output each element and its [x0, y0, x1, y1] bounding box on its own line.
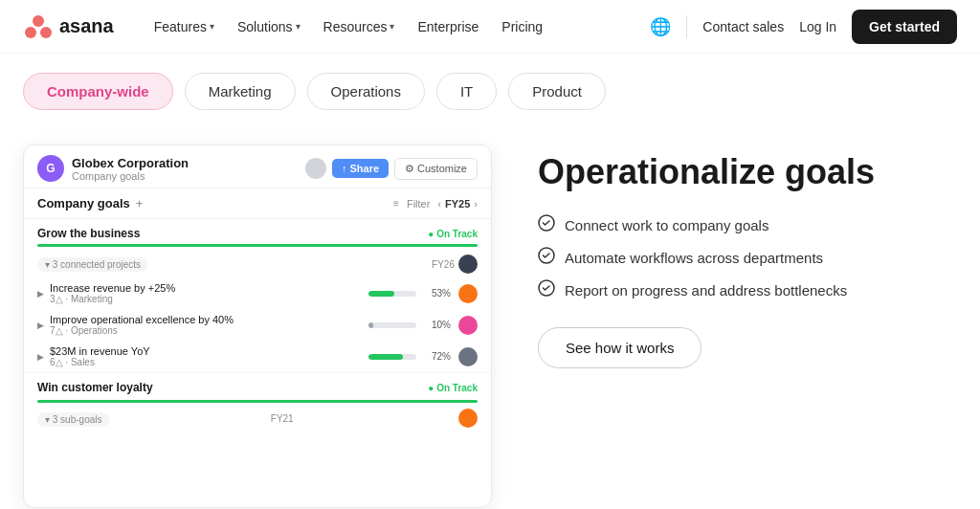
mock-toolbar-right: ≡ Filter ‹ FY25 ›: [393, 198, 478, 210]
progress-pct: 53%: [424, 288, 451, 299]
svg-point-0: [33, 15, 44, 27]
mock-subtitle: Company goals: [72, 170, 189, 182]
right-heading: Operationalize goals: [538, 152, 957, 191]
fy-next-button[interactable]: ›: [474, 198, 478, 210]
sub-goals-label: ▾ 3 sub-goals: [37, 412, 109, 427]
nav-resources[interactable]: Resources ▾: [314, 13, 405, 40]
check-icon: [538, 279, 555, 300]
asana-logo-icon: [23, 11, 54, 42]
nav-features[interactable]: Features ▾: [145, 13, 224, 40]
nav-enterprise[interactable]: Enterprise: [408, 13, 488, 40]
progress-fill: [368, 322, 373, 328]
fy-label-loyalty: FY21: [271, 413, 294, 424]
share-icon: ↑: [342, 163, 347, 174]
svg-point-1: [25, 27, 36, 38]
tab-operations[interactable]: Operations: [307, 73, 425, 110]
navbar: asana Features ▾ Solutions ▾ Resources ▾…: [0, 0, 980, 54]
mock-ui-panel: G Globex Corporation Company goals ↑ Sha…: [23, 144, 492, 508]
feature-item-2: Automate workflows across departments: [538, 247, 957, 268]
logo[interactable]: asana: [23, 11, 114, 42]
progress-bar: [368, 291, 416, 297]
goal-group-grow: Grow the business ● On Track ▾ 3 connect…: [24, 219, 491, 373]
fy-navigator: ‹ FY25 ›: [437, 198, 478, 210]
see-how-button[interactable]: See how it works: [538, 327, 702, 368]
circle-check-icon: ●: [428, 383, 434, 393]
mock-customize-button[interactable]: ⚙ Customize: [394, 158, 478, 180]
right-panel: Operationalize goals Connect work to com…: [492, 144, 957, 508]
goal-info: Improve operational excellence by 40% 7△…: [50, 314, 234, 336]
tab-product[interactable]: Product: [508, 73, 606, 110]
get-started-button[interactable]: Get started: [852, 10, 957, 44]
progress-pct: 10%: [424, 320, 451, 330]
goal-row-left: ▶ $23M in revenue YoY 6△ · Sales: [37, 345, 368, 367]
mock-goals-title: Company goals: [37, 196, 130, 210]
chevron-down-icon: ▾: [210, 21, 214, 32]
sub-goals-row: ▾ 3 sub-goals FY21: [37, 407, 478, 430]
mock-corp-name: Globex Corporation: [72, 156, 189, 170]
goal-group-loyalty-header: Win customer loyalty ● On Track: [37, 381, 478, 394]
contact-sales-link[interactable]: Contact sales: [702, 19, 784, 34]
chevron-down-icon: ▾: [296, 21, 301, 32]
goal-group-grow-header: Grow the business ● On Track: [24, 219, 491, 244]
nav-right: 🌐 Contact sales Log In Get started: [650, 10, 957, 44]
goal-row-left: ▶ Increase revenue by +25% 3△ · Marketin…: [37, 282, 368, 304]
feature-list: Connect work to company goals Automate w…: [538, 214, 957, 300]
add-goal-button[interactable]: +: [136, 196, 144, 210]
nav-pricing[interactable]: Pricing: [492, 13, 552, 40]
goal-name: $23M in revenue YoY: [50, 345, 150, 357]
goal-owner-avatar: [458, 254, 478, 274]
feature-text-3: Report on progress and address bottlenec…: [565, 282, 847, 299]
mock-share-button[interactable]: ↑ Share: [332, 159, 389, 178]
feature-text-1: Connect work to company goals: [565, 217, 768, 233]
goal-owner-avatar: [458, 284, 478, 303]
mock-toolbar: Company goals + ≡ Filter ‹ FY25 ›: [24, 188, 491, 219]
svg-point-2: [40, 27, 52, 38]
feature-item-1: Connect work to company goals: [538, 214, 957, 235]
goal-owner-avatar: [458, 316, 478, 335]
goal-row-right: 10%: [368, 316, 478, 335]
expand-icon[interactable]: ▶: [37, 289, 44, 299]
tab-marketing[interactable]: Marketing: [185, 73, 296, 110]
on-track-badge2: ● On Track: [428, 383, 478, 393]
circle-check-icon: ●: [428, 229, 434, 239]
sliders-icon: ⚙: [405, 163, 414, 175]
sub-fy-right: FY26: [432, 254, 478, 274]
check-icon: [538, 247, 555, 268]
expand-icon[interactable]: ▶: [37, 352, 44, 362]
goal-progress-bar-full: [37, 244, 478, 247]
goal-row-revenue: ▶ Increase revenue by +25% 3△ · Marketin…: [24, 277, 491, 309]
filter-label[interactable]: Filter: [407, 198, 430, 210]
language-icon[interactable]: 🌐: [650, 16, 671, 37]
sub-row: ▾ 3 connected projects FY26: [37, 254, 478, 274]
chevron-down-icon: ▾: [390, 21, 394, 32]
goal-name: Increase revenue by +25%: [50, 282, 175, 294]
mock-corp-avatar: G: [37, 155, 64, 182]
goal-row-right: 72%: [368, 347, 478, 366]
tab-it[interactable]: IT: [436, 73, 497, 110]
mock-header-right: ↑ Share ⚙ Customize: [305, 158, 478, 180]
mock-header: G Globex Corporation Company goals ↑ Sha…: [24, 145, 491, 188]
goal-owner-avatar: [458, 347, 478, 366]
connected-projects-label: ▾ 3 connected projects: [37, 257, 148, 272]
expand-icon[interactable]: ▶: [37, 321, 44, 330]
login-link[interactable]: Log In: [799, 19, 836, 34]
logo-text: asana: [59, 15, 114, 37]
goal-row-sales: ▶ $23M in revenue YoY 6△ · Sales 72%: [24, 341, 491, 372]
filter-icon: ≡: [393, 198, 399, 209]
goal-owner-avatar-loyalty: [458, 409, 478, 428]
progress-fill: [368, 291, 394, 297]
loyalty-progress-bar: [37, 400, 478, 403]
mock-header-left: G Globex Corporation Company goals: [37, 155, 189, 182]
progress-fill: [368, 354, 403, 360]
on-track-badge: ● On Track: [428, 229, 478, 239]
goal-meta: 6△ · Sales: [50, 357, 150, 367]
connected-projects-row: ▾ 3 connected projects FY26: [24, 253, 491, 277]
nav-solutions[interactable]: Solutions ▾: [228, 13, 310, 40]
check-icon: [538, 214, 555, 235]
main-content: G Globex Corporation Company goals ↑ Sha…: [0, 125, 980, 508]
fy-prev-button[interactable]: ‹: [437, 198, 441, 210]
nav-divider: [686, 15, 687, 38]
progress-bar: [368, 322, 416, 328]
tab-company-wide[interactable]: Company-wide: [23, 73, 173, 110]
mock-title-area: Globex Corporation Company goals: [72, 156, 189, 182]
